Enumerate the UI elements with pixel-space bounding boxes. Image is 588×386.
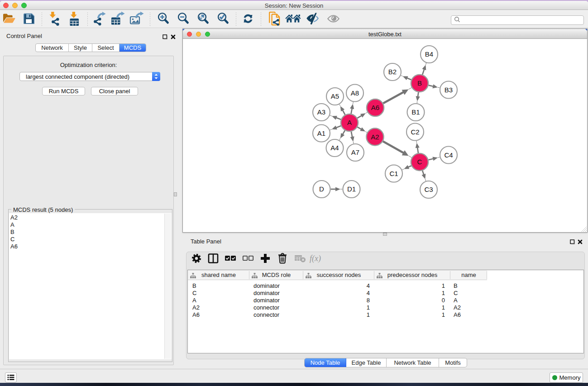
save-session-button[interactable] xyxy=(21,13,37,26)
table-panel-tabs: Node TableEdge TableNetwork TableMotifs xyxy=(304,358,467,367)
control-panel-float-icon[interactable] xyxy=(163,33,167,38)
zoom-out-button[interactable] xyxy=(175,13,191,26)
frame-corner-left-icon xyxy=(183,29,185,31)
export-image-button[interactable] xyxy=(129,13,145,26)
add-column-button[interactable] xyxy=(257,253,274,266)
svg-text:B: B xyxy=(417,79,422,87)
import-table-button[interactable] xyxy=(67,13,83,26)
table-cell: 8 xyxy=(343,297,370,304)
screen: Session: New Session xyxy=(0,0,588,386)
vertical-split-handle[interactable] xyxy=(174,192,177,196)
search-input[interactable] xyxy=(461,17,583,24)
svg-text:A3: A3 xyxy=(317,108,325,116)
table-cell: 1 xyxy=(418,282,445,290)
network-canvas[interactable]: AA6A2BCA5A8A3A1A4A7B4B2B3B1C2C4C1C3DD1 xyxy=(183,39,587,232)
close-panel-button[interactable]: Close panel xyxy=(91,87,138,95)
zoom-selected-button[interactable] xyxy=(215,13,231,26)
mcds-result-item[interactable]: C xyxy=(10,236,14,243)
svg-text:C2: C2 xyxy=(411,128,419,136)
memory-button[interactable]: Memory xyxy=(550,372,583,383)
svg-text:D: D xyxy=(319,185,324,193)
select-all-rows-icon xyxy=(225,255,236,264)
svg-text:A1: A1 xyxy=(317,129,325,137)
function-builder-button[interactable]: f(x) xyxy=(308,253,325,266)
show-all-button[interactable] xyxy=(325,13,341,26)
select-all-rows-button[interactable] xyxy=(222,253,239,266)
table-header-row: shared nameMCDS rolesuccessor nodesprede… xyxy=(188,270,487,280)
table-panel-close-icon[interactable] xyxy=(578,238,583,243)
export-table-button[interactable] xyxy=(110,13,126,26)
table-panel-tab-network-table[interactable]: Network Table xyxy=(387,358,439,367)
control-panel-tab-mcds[interactable]: MCDS xyxy=(120,44,146,52)
delete-column-button[interactable] xyxy=(274,253,291,266)
mcds-result-label: MCDS result (5 nodes) xyxy=(11,206,75,213)
mcds-result-list: A2ABCA6 xyxy=(9,213,172,359)
mcds-result-item[interactable]: A2 xyxy=(10,214,18,221)
application-window: Session: New Session xyxy=(0,1,588,383)
table-options-gear-icon xyxy=(191,253,202,266)
show-panels-button[interactable] xyxy=(5,372,17,382)
column-separator xyxy=(487,271,487,279)
table-panel-float-icon[interactable] xyxy=(570,238,575,243)
control-panel-close-icon[interactable] xyxy=(171,33,176,38)
function-builder-icon: f(x) xyxy=(309,253,324,266)
control-panel-title: Control Panel xyxy=(6,33,42,39)
node-table: shared nameMCDS rolesuccessor nodesprede… xyxy=(187,270,584,353)
table-panel-tab-motifs[interactable]: Motifs xyxy=(439,358,467,367)
table-panel-tab-edge-table[interactable]: Edge Table xyxy=(346,358,387,367)
show-columns-button[interactable] xyxy=(205,253,222,266)
desktop-wallpaper-strip xyxy=(0,383,588,386)
export-network-icon xyxy=(92,11,107,28)
column-header-shared-name[interactable]: shared name xyxy=(188,270,249,280)
import-network-button[interactable] xyxy=(47,13,63,26)
horizontal-split-handle[interactable] xyxy=(383,233,387,236)
refresh-icon xyxy=(242,12,254,27)
search-field[interactable] xyxy=(451,15,584,25)
run-mcds-button[interactable]: Run MCDS xyxy=(42,87,85,95)
optimization-criterion-dropdown[interactable]: largest connected component (directed) xyxy=(19,72,160,81)
export-network-button[interactable] xyxy=(91,13,108,26)
table-cell: A6 xyxy=(454,311,461,319)
svg-text:B2: B2 xyxy=(388,68,397,76)
first-neighbors-button[interactable] xyxy=(285,13,301,26)
clone-network-button[interactable] xyxy=(266,13,282,26)
frame-corner-right-icon xyxy=(585,29,587,31)
column-header-successor-nodes[interactable]: successor nodes xyxy=(303,270,374,280)
svg-text:B3: B3 xyxy=(445,86,453,94)
open-session-button[interactable] xyxy=(1,13,17,26)
table-cell: B xyxy=(192,282,196,290)
resize-grip-icon[interactable] xyxy=(581,226,587,232)
table-options-gear-button[interactable] xyxy=(188,253,205,266)
deselect-all-rows-icon xyxy=(242,255,254,264)
refresh-button[interactable] xyxy=(240,13,256,26)
mcds-result-item[interactable]: A6 xyxy=(10,243,18,250)
table-panel-tab-node-table[interactable]: Node Table xyxy=(305,358,346,367)
svg-text:D1: D1 xyxy=(347,185,356,193)
delete-table-button[interactable] xyxy=(292,253,309,266)
control-panel-tab-style[interactable]: Style xyxy=(69,44,92,52)
mcds-result-item[interactable]: B xyxy=(10,229,14,235)
column-header-label: MCDS role xyxy=(249,272,303,278)
column-header-MCDS-role[interactable]: MCDS role xyxy=(249,270,303,280)
table-cell: 0 xyxy=(418,297,445,304)
mcds-result-item[interactable]: A xyxy=(10,221,14,228)
control-panel-tab-select[interactable]: Select xyxy=(92,44,120,52)
dropdown-stepper-icon xyxy=(152,72,160,81)
column-header-predecessor-nodes[interactable]: predecessor nodes xyxy=(374,270,450,280)
search-icon xyxy=(454,16,461,25)
deselect-all-rows-button[interactable] xyxy=(239,253,257,266)
zoom-fit-button[interactable] xyxy=(195,13,211,26)
svg-text:A2: A2 xyxy=(371,133,379,141)
control-panel-tab-network[interactable]: Network xyxy=(36,44,69,52)
column-header-name[interactable]: name xyxy=(450,270,487,280)
result-list-scrollbar[interactable] xyxy=(164,214,171,359)
memory-status-icon xyxy=(552,375,557,380)
clone-network-icon xyxy=(267,11,281,28)
status-bar: Memory xyxy=(0,369,588,383)
memory-label: Memory xyxy=(559,374,581,381)
hide-selected-button[interactable] xyxy=(305,13,321,26)
network-window-title: testGlobe.txt xyxy=(183,31,587,38)
column-header-label: predecessor nodes xyxy=(374,272,450,278)
delete-table-icon xyxy=(294,254,306,265)
zoom-in-button[interactable] xyxy=(155,13,172,26)
